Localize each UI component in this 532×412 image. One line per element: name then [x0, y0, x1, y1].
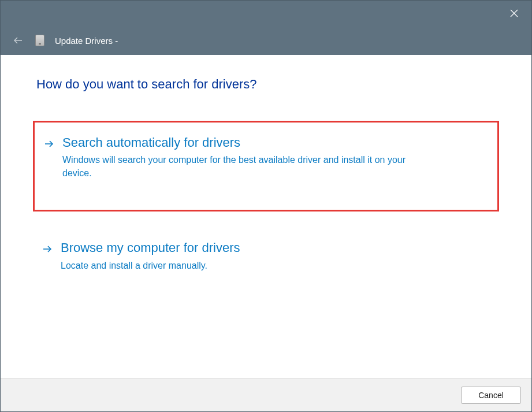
back-arrow-icon: [13, 36, 23, 45]
option-text: Browse my computer for drivers Locate an…: [61, 240, 240, 272]
arrow-right-icon: [44, 139, 54, 151]
update-drivers-dialog: Update Drivers - How do you want to sear…: [0, 0, 532, 412]
option-browse-computer[interactable]: Browse my computer for drivers Locate an…: [33, 230, 499, 283]
option-text: Search automatically for drivers Windows…: [62, 135, 432, 180]
header-title: Update Drivers -: [55, 36, 118, 46]
header-bar: Update Drivers -: [1, 26, 531, 55]
device-icon: [35, 35, 44, 46]
arrow-right-icon: [42, 244, 53, 257]
option-description: Locate and install a driver manually.: [61, 259, 240, 272]
dialog-footer: Cancel: [1, 378, 531, 411]
titlebar: [1, 1, 531, 26]
close-icon: [510, 9, 518, 17]
option-title: Search automatically for drivers: [62, 135, 432, 150]
option-description: Windows will search your computer for th…: [62, 154, 432, 180]
back-button[interactable]: [11, 34, 25, 47]
close-button[interactable]: [501, 4, 527, 23]
option-title: Browse my computer for drivers: [61, 240, 240, 255]
page-title: How do you want to search for drivers?: [36, 77, 499, 92]
content-area: How do you want to search for drivers? S…: [1, 55, 531, 378]
cancel-button[interactable]: Cancel: [461, 387, 521, 404]
option-search-automatically[interactable]: Search automatically for drivers Windows…: [33, 121, 499, 211]
